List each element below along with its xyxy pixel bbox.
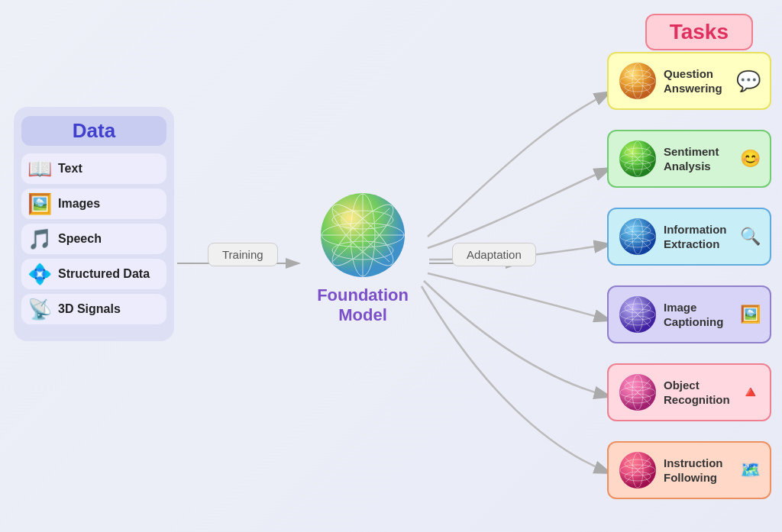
task-qa: Question Answering 💬 — [607, 52, 771, 110]
images-icon: 🖼️ — [27, 194, 52, 214]
task-ie-sphere — [618, 217, 658, 256]
structured-icon: 💠 — [27, 264, 52, 284]
task-ie: InformationExtraction 🔍 — [607, 208, 771, 266]
task-ic: ImageCaptioning 🖼️ — [607, 285, 771, 343]
signals-icon: 📡 — [27, 299, 52, 319]
data-label-signals: 3D Signals — [58, 302, 121, 316]
adaptation-label: Adaptation — [452, 243, 536, 266]
data-item-images: 🖼️ Images — [21, 189, 166, 219]
foundation-label: Foundation Model — [298, 285, 428, 326]
task-ic-emoji: 🖼️ — [740, 305, 761, 324]
main-container: Data 📖 Text 🖼️ Images 🎵 Speech 💠 Structu… — [0, 0, 782, 532]
task-sa: SentimentAnalysis 😊 — [607, 130, 771, 188]
speech-icon: 🎵 — [27, 229, 52, 249]
data-label-speech: Speech — [58, 232, 102, 246]
data-title: Data — [21, 116, 166, 146]
task-sa-emoji: 😊 — [740, 149, 761, 169]
task-or-sphere — [618, 372, 658, 412]
foundation-sphere — [317, 189, 409, 281]
tasks-title: Tasks — [645, 14, 753, 50]
text-icon: 📖 — [27, 159, 52, 179]
task-qa-sphere — [618, 61, 658, 101]
task-ie-text: InformationExtraction — [664, 222, 727, 252]
task-sa-text: SentimentAnalysis — [664, 144, 719, 174]
data-panel: Data 📖 Text 🖼️ Images 🎵 Speech 💠 Structu… — [14, 107, 174, 341]
task-if-sphere — [618, 450, 658, 490]
task-qa-emoji: 💬 — [736, 69, 761, 93]
data-item-structured: 💠 Structured Data — [21, 259, 166, 289]
task-sa-sphere — [618, 139, 658, 179]
svg-point-14 — [341, 209, 362, 231]
task-or: ObjectRecognition 🔺 — [607, 363, 771, 421]
foundation-sphere-svg — [317, 189, 409, 281]
foundation-model-box: Foundation Model — [298, 189, 428, 326]
training-label: Training — [208, 243, 278, 266]
data-label-structured: Structured Data — [58, 267, 150, 281]
data-label-images: Images — [58, 197, 100, 211]
task-qa-text: Question Answering — [664, 66, 730, 96]
task-if-emoji: 🗺️ — [740, 460, 761, 480]
data-item-speech: 🎵 Speech — [21, 224, 166, 254]
task-ic-sphere — [618, 295, 658, 334]
task-if-text: InstructionFollowing — [664, 456, 723, 485]
data-label-text: Text — [58, 162, 82, 176]
task-or-emoji: 🔺 — [740, 382, 761, 402]
data-item-text: 📖 Text — [21, 153, 166, 184]
task-ic-text: ImageCaptioning — [664, 300, 723, 330]
task-if: InstructionFollowing 🗺️ — [607, 441, 771, 499]
data-item-signals: 📡 3D Signals — [21, 294, 166, 324]
task-ie-emoji: 🔍 — [740, 227, 761, 247]
task-or-text: ObjectRecognition — [664, 378, 730, 408]
